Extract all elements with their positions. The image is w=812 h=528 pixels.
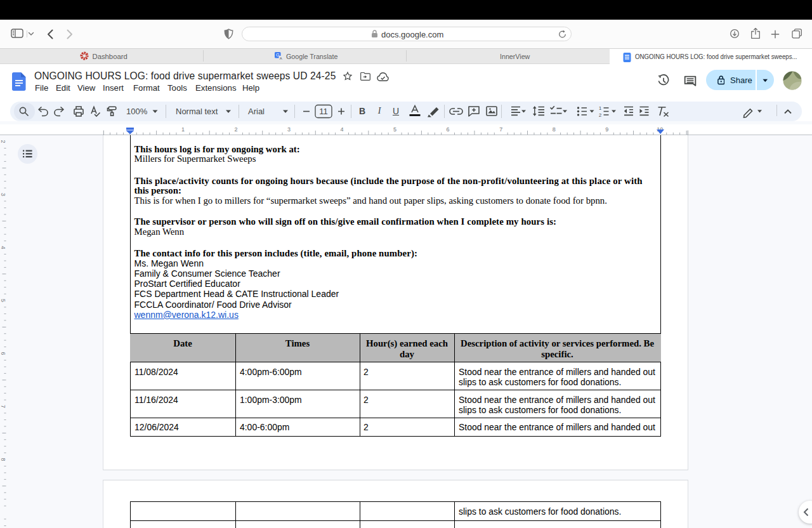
svg-text:7: 7 xyxy=(0,405,6,408)
svg-text:3: 3 xyxy=(287,126,291,133)
svg-text:8: 8 xyxy=(553,126,556,133)
svg-text:7: 7 xyxy=(499,126,502,133)
svg-text:1: 1 xyxy=(181,126,185,133)
svg-text:8: 8 xyxy=(0,458,6,461)
svg-text:4: 4 xyxy=(0,246,6,249)
svg-text:2: 2 xyxy=(0,140,6,143)
svg-text:6: 6 xyxy=(0,352,6,355)
svg-text:1: 1 xyxy=(599,105,601,111)
svg-text:2: 2 xyxy=(599,112,601,118)
svg-text:5: 5 xyxy=(393,126,396,133)
svg-text:2: 2 xyxy=(234,126,237,133)
svg-text:6: 6 xyxy=(447,126,450,133)
svg-text:A: A xyxy=(280,56,282,60)
svg-text:3: 3 xyxy=(0,193,6,196)
svg-text:5: 5 xyxy=(0,299,6,302)
svg-text:9: 9 xyxy=(605,126,608,133)
svg-text:4: 4 xyxy=(340,126,343,133)
